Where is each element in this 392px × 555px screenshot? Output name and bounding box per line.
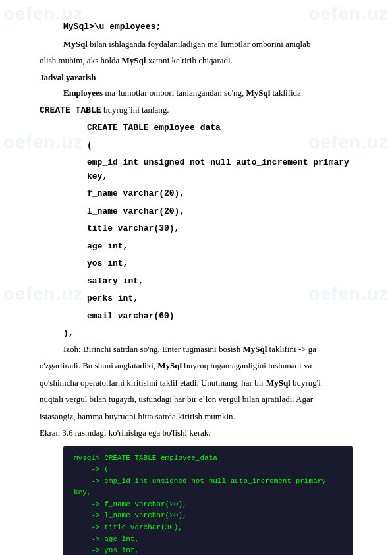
code-line-open: ( bbox=[87, 138, 352, 152]
ct-open: ( bbox=[87, 140, 92, 150]
note-text-2: o'zgartiradi. Bu shuni anglatadiki, bbox=[40, 361, 157, 370]
terminal-line-2: -> ( bbox=[74, 464, 343, 476]
terminal-line-3: -> emp_id int unsigned not null auto_inc… bbox=[74, 476, 343, 499]
ct-empid: emp_id int unsigned not null auto_increm… bbox=[87, 158, 349, 181]
line-mysql-command: MySql>\u employees; bbox=[63, 20, 352, 34]
code-line-perks: perks int, bbox=[87, 291, 352, 305]
terminal-line-8: -> yos int, bbox=[74, 545, 343, 555]
ct-lname: l_name varchar(20), bbox=[87, 206, 184, 216]
ct-email: email varchar(60) bbox=[87, 311, 175, 321]
para-mysql-aks: olish muhim, aks holda MySql xatoni kelt… bbox=[40, 54, 352, 67]
ct-fname: f_name varchar(20), bbox=[87, 189, 184, 198]
mysql-bold-1: MySql bbox=[63, 39, 88, 49]
code-line-fname: f_name varchar(20), bbox=[87, 187, 352, 200]
page-content: MySql>\u employees; MySql bilan ishlagan… bbox=[0, 0, 392, 555]
para1-end: taklifida bbox=[270, 88, 301, 98]
aks-end: xatoni keltirib chiqaradi. bbox=[146, 55, 232, 65]
ct-code: CREATE TABLE employee_data bbox=[87, 123, 221, 132]
para-mysql-intro: MySql bilan ishlaganda foydalaniladigan … bbox=[63, 38, 352, 51]
create-table-keyword: CREATE TABLE bbox=[40, 105, 101, 115]
ct-close: ), bbox=[63, 328, 74, 338]
section-title-jadval: Jadval yaratish bbox=[40, 71, 352, 84]
code-line-create: CREATE TABLE employee_data bbox=[87, 121, 352, 134]
note-line2: o'zgartiradi. Bu shuni anglatadiki, MySq… bbox=[40, 359, 352, 372]
ct-yos: yos int, bbox=[87, 258, 128, 268]
code-line-age: age int, bbox=[87, 239, 352, 253]
mysql-bold-2: MySql bbox=[122, 55, 146, 65]
terminal-line-4: -> f_name varchar(20), bbox=[74, 499, 343, 511]
code-line-title: title varchar(30), bbox=[87, 221, 352, 235]
terminal-line-6: -> title varchar(30), bbox=[74, 522, 343, 534]
para-employees: Employees ma`lumotlar ombori tanlanganda… bbox=[63, 86, 352, 100]
code-line-email: email varchar(60) bbox=[87, 309, 352, 323]
note-line1: Izoh: Birinchi satrdan so'ng, Enter tugm… bbox=[63, 343, 352, 356]
terminal-line-1: mysql> CREATE TABLE employee_data bbox=[74, 453, 343, 465]
code-line-salary: salary int, bbox=[87, 274, 352, 288]
note-mysql-3: MySql bbox=[266, 378, 291, 388]
note-mid2: buyruq tugamaganligini tushunadi va bbox=[182, 361, 312, 370]
code-line-yos: yos int, bbox=[87, 256, 352, 270]
ct-age: age int, bbox=[87, 241, 128, 251]
code-block-terminal: mysql> CREATE TABLE employee_data -> ( -… bbox=[63, 446, 353, 556]
terminal-line-5: -> l_name varchar(20), bbox=[74, 510, 343, 522]
para1-end2: buyrug`ini tanlang. bbox=[101, 105, 169, 115]
para1-text: ma`lumotlar ombori tanlangandan so'ng, bbox=[103, 88, 246, 98]
mysql-bold-3: MySql bbox=[246, 88, 270, 98]
screen-text: Ekran 3.6 rasmdagi ko'rinishga ega bo'li… bbox=[40, 426, 352, 440]
note-line5: istasangiz, hamma buyruqni bitta satrda … bbox=[40, 410, 352, 423]
ct-salary: salary int, bbox=[87, 276, 144, 286]
note-line4: nuqtali vergul bilan tugaydi, ustundagi … bbox=[40, 393, 352, 406]
note-text-3: qo'shimcha operatorlarni kiritishni takl… bbox=[40, 378, 266, 388]
aks-text: olish muhim, aks holda bbox=[40, 55, 122, 65]
para-create-table-line: CREATE TABLE buyrug`ini tanlang. bbox=[40, 103, 352, 117]
ct-perks: perks int, bbox=[87, 293, 138, 303]
code-line-lname: l_name varchar(20), bbox=[87, 204, 352, 218]
code-line-empid: emp_id int unsigned not null auto_increm… bbox=[87, 156, 352, 183]
note-line3: qo'shimcha operatorlarni kiritishni takl… bbox=[40, 376, 352, 390]
ct-title: title varchar(30), bbox=[87, 223, 179, 233]
note-mid1: taklifini -> ga bbox=[267, 344, 316, 354]
mysql-intro-text: bilan ishlaganda foydalaniladigan ma`lum… bbox=[88, 39, 311, 49]
note-mid3: buyrug'i bbox=[291, 378, 321, 388]
mysql-keyword: MySql>\u employees; bbox=[63, 22, 161, 32]
note-mysql-1: MySql bbox=[242, 344, 267, 354]
note-mysql-2: MySql bbox=[157, 361, 182, 370]
terminal-line-7: -> age int, bbox=[74, 534, 343, 546]
code-line-close: ), bbox=[40, 326, 352, 340]
note-text-1: Izoh: Birinchi satrdan so'ng, Enter tugm… bbox=[63, 344, 242, 354]
employees-bold: Employees bbox=[63, 88, 103, 98]
